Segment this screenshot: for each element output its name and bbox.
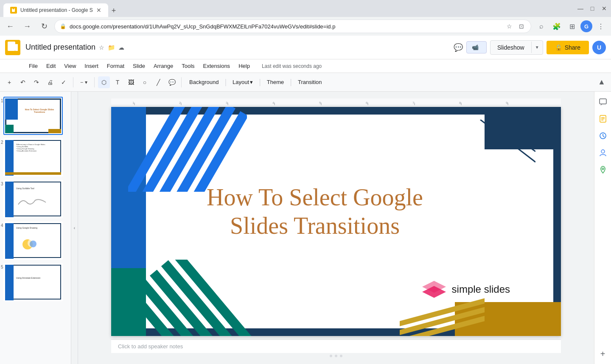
menu-file[interactable]: File: [25, 61, 41, 71]
line-tool-button[interactable]: ╱: [152, 76, 164, 88]
menu-slide[interactable]: Slide: [129, 61, 149, 71]
notes-area[interactable]: Click to add speaker notes: [111, 339, 561, 353]
menu-help[interactable]: Help: [235, 61, 253, 71]
ruler: 1 2 3 4 5 6 7 8 9: [111, 98, 561, 105]
background-button[interactable]: Background: [185, 77, 223, 87]
slide-item-4[interactable]: 4 Using Google Drawing: [0, 220, 71, 261]
canvas-area[interactable]: 1 2 3 4 5 6 7 8 9: [78, 92, 594, 364]
svg-rect-51: [600, 99, 606, 104]
menu-view[interactable]: View: [61, 61, 79, 71]
slide-panel-collapse-handle[interactable]: ‹: [71, 92, 78, 364]
slide-canvas[interactable]: How To Select Google Slides Transitions …: [111, 107, 561, 336]
thumb3-blue-left: [5, 182, 14, 217]
toolbar-add-button[interactable]: +: [3, 76, 15, 88]
text-tool-button[interactable]: T: [112, 76, 123, 88]
sidebar-people-button[interactable]: [596, 146, 610, 160]
menu-tools[interactable]: Tools: [178, 61, 198, 71]
address-text: docs.google.com/presentation/d/1UhAwPq2V…: [70, 23, 502, 30]
toolbar-separator-3: [181, 77, 182, 87]
menu-arrange[interactable]: Arrange: [150, 61, 177, 71]
share-button[interactable]: 🔒 Share: [547, 41, 589, 54]
slide-thumb-inner-3: Using Scribble Tool: [4, 181, 62, 217]
minimize-button[interactable]: —: [577, 5, 584, 12]
browser-extras: ⌕ 🧩 ⊞ G ⋮: [535, 20, 608, 33]
zoom-minus-icon: −: [80, 79, 83, 85]
image-tool-button[interactable]: 🖼: [125, 76, 137, 88]
svg-text:7: 7: [412, 101, 415, 105]
slide-thumb-inner-1: How To Select Google Slides Transitions: [4, 98, 62, 134]
separator-line-2: |: [259, 78, 261, 87]
user-avatar[interactable]: U: [592, 41, 606, 54]
sidebar-maps-button[interactable]: [596, 163, 610, 176]
slide-item-2[interactable]: 2 Different way to Draw in Google Slides…: [0, 137, 71, 178]
transition-button[interactable]: Transition: [294, 77, 326, 87]
toolbar-undo-button[interactable]: ↶: [17, 76, 29, 88]
shape-tool-button[interactable]: ○: [139, 76, 151, 88]
collapse-toolbar-button[interactable]: ▲: [596, 76, 608, 88]
menu-edit[interactable]: Edit: [43, 61, 59, 71]
slide-item-3[interactable]: 3 Using Scribble Tool: [0, 178, 71, 220]
new-tab-button[interactable]: +: [108, 5, 120, 17]
slide-number-2: 2: [1, 140, 3, 145]
menu-insert[interactable]: Insert: [81, 61, 102, 71]
right-sidebar: +: [594, 92, 611, 364]
svg-rect-4: [15, 44, 18, 51]
tab-close-button[interactable]: ✕: [96, 7, 101, 14]
menu-bar: File Edit View Insert Format Slide Arran…: [0, 59, 611, 73]
close-button[interactable]: ✕: [601, 5, 608, 12]
move-icon[interactable]: 📁: [108, 44, 115, 51]
maximize-button[interactable]: □: [589, 5, 596, 12]
svg-text:4: 4: [272, 101, 275, 105]
slideshow-button[interactable]: Slideshow: [490, 41, 531, 54]
back-button[interactable]: ←: [3, 20, 17, 33]
address-bar[interactable]: 🔒 docs.google.com/presentation/d/1UhAwPq…: [54, 20, 531, 33]
toolbar-spellcheck-button[interactable]: ✓: [58, 76, 70, 88]
toolbar-print-button[interactable]: 🖨: [44, 76, 56, 88]
slideshow-dropdown-button[interactable]: ▼: [531, 42, 543, 53]
zoom-out-button[interactable]: − ▾: [77, 78, 91, 87]
chat-button[interactable]: 💬: [454, 43, 463, 52]
extensions-button[interactable]: 🧩: [550, 20, 563, 33]
sidebar-clipboard-button[interactable]: [596, 112, 610, 126]
layout-button[interactable]: Layout ▾: [228, 77, 257, 87]
doc-actions: ☆ 📁 ☁: [99, 44, 124, 51]
menu-button[interactable]: ⋮: [594, 20, 608, 33]
profile-avatar[interactable]: G: [580, 20, 592, 32]
sidebar-comments-button[interactable]: [596, 95, 610, 109]
comment-tool-button[interactable]: 💬: [166, 76, 178, 88]
search-button[interactable]: ⌕: [535, 20, 548, 33]
slide-thumb-inner-2: Different way to Draw in Google Slides• …: [4, 139, 62, 176]
slide-item-1[interactable]: 1 How To Select Google Slides Transition…: [0, 95, 71, 137]
theme-button[interactable]: Theme: [263, 77, 288, 87]
slide-thumb-3: Using Scribble Tool: [3, 180, 63, 218]
slide-thumb-1: How To Select Google Slides Transitions: [3, 97, 63, 135]
slide-number-5: 5: [1, 265, 3, 269]
sidebar-sync-button[interactable]: [596, 129, 610, 143]
bookmark-button[interactable]: ☆: [505, 21, 514, 31]
cloud-icon[interactable]: ☁: [118, 44, 124, 51]
cast-button[interactable]: ⊡: [517, 21, 526, 31]
thumb5-blue-left: [5, 265, 14, 300]
sidebar-add-button[interactable]: +: [596, 347, 610, 361]
meet-button[interactable]: 📹: [466, 41, 487, 53]
menu-extensions[interactable]: Extensions: [200, 61, 234, 71]
active-tab[interactable]: Untitled presentation - Google S ✕: [3, 3, 108, 17]
forward-button[interactable]: →: [20, 20, 34, 33]
star-icon[interactable]: ☆: [99, 44, 104, 51]
toolbar-separator-2: [94, 77, 95, 87]
slide-item-5[interactable]: 5 Using Annotate Extension: [0, 261, 71, 303]
toolbar-separator-1: [73, 77, 73, 87]
slide-logo-text: simple slides: [452, 283, 510, 295]
share-label: Share: [565, 44, 580, 51]
slide-teal-stripes: [137, 260, 255, 336]
select-tool-button[interactable]: ⬡: [98, 76, 110, 88]
thumb4-text: Using Google Drawing: [16, 227, 37, 229]
slide-main-title: How To Select Google Slides Transitions: [145, 183, 485, 240]
menu-format[interactable]: Format: [104, 61, 128, 71]
svg-point-7: [30, 241, 36, 247]
split-view-button[interactable]: ⊞: [565, 20, 579, 33]
toolbar-redo-button[interactable]: ↷: [31, 76, 42, 88]
refresh-button[interactable]: ↻: [37, 20, 51, 33]
page-dots: [330, 355, 342, 357]
page-dot-3: [340, 355, 342, 357]
